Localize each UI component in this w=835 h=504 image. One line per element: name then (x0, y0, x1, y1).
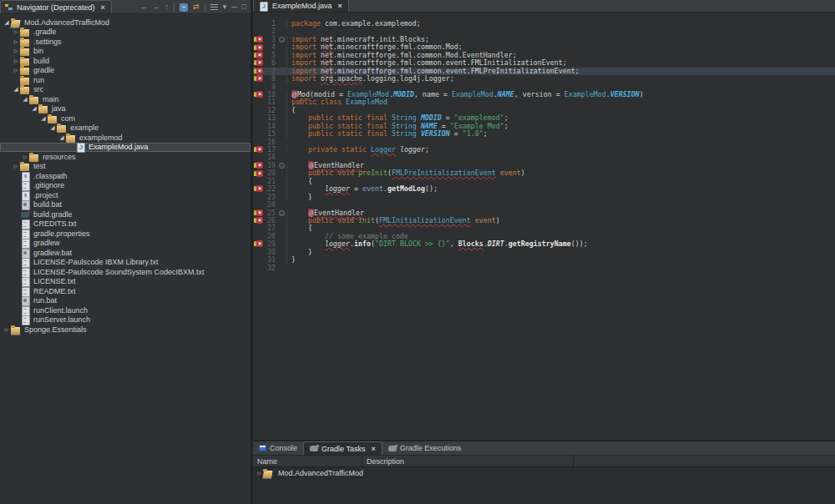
collapsed-arrow-icon[interactable]: ▷ (12, 29, 20, 34)
fold-collapse-icon[interactable]: − (277, 162, 286, 169)
tree-item[interactable]: ◢Mod.AdvancedTrafficMod (0, 18, 250, 28)
tree-item[interactable]: build.gradle (0, 209, 250, 219)
tree-item[interactable]: ▷resources (0, 152, 250, 162)
tree-item[interactable]: .project (0, 190, 250, 200)
code-line: 1package com.example.examplemod; (253, 20, 835, 28)
up-icon[interactable]: ↑ (165, 3, 170, 11)
tree-item[interactable]: gradle.properties (0, 229, 250, 239)
error-marker-icon[interactable]: × (253, 75, 264, 83)
tree-item[interactable]: ◢java (0, 104, 250, 114)
error-marker-icon[interactable]: × (253, 68, 264, 75)
tree-item[interactable]: build.bat (0, 200, 250, 210)
error-marker-icon[interactable]: × (253, 170, 264, 178)
error-marker-icon[interactable]: × (253, 240, 264, 248)
tree-item[interactable]: .gitignore (0, 181, 250, 191)
expanded-arrow-icon[interactable]: ◢ (48, 125, 57, 130)
error-marker-icon[interactable]: × (253, 209, 264, 217)
link-with-editor-icon[interactable]: ⇄ (193, 3, 200, 11)
collapsed-arrow-icon[interactable]: ▷ (12, 164, 20, 169)
tree-item[interactable]: ◢examplemod (0, 133, 250, 143)
tab-label: Gradle Tasks (321, 445, 365, 453)
expanded-arrow-icon[interactable]: ◢ (30, 106, 38, 111)
collapsed-arrow-icon[interactable]: ▷ (12, 68, 20, 73)
error-marker-icon[interactable]: × (253, 91, 264, 98)
editor-area: ExampleMod.java × 1package com.example.e… (253, 0, 835, 504)
error-marker-icon[interactable]: × (253, 36, 264, 43)
tree-item[interactable]: runServer.launch (0, 315, 250, 325)
tree-item-label: build (33, 57, 49, 65)
minimize-icon[interactable]: ─ (231, 3, 236, 11)
tree-item[interactable]: gradlew.bat (0, 248, 250, 258)
collapsed-arrow-icon[interactable]: ▷ (12, 48, 20, 53)
collapsed-arrow-icon[interactable]: ▷ (12, 39, 20, 44)
tree-item[interactable]: ▷Sponge.Essentials (0, 325, 250, 335)
tree-item-label: example (70, 123, 99, 132)
task-table-body: ▷Mod.AdvancedTrafficMod (253, 467, 835, 504)
close-icon[interactable]: × (101, 3, 105, 12)
tree-item[interactable]: gradlew (0, 239, 250, 249)
tree-item[interactable]: ▷test (0, 162, 250, 172)
tab-console[interactable]: Console (253, 441, 303, 455)
view-menu-icon[interactable] (210, 4, 218, 10)
toolbar-separator (205, 3, 205, 12)
code-editor[interactable]: 1package com.example.examplemod;2×3−impo… (253, 13, 835, 440)
tab-examplemod-java[interactable]: ExampleMod.java × (253, 0, 349, 12)
error-marker-icon[interactable]: × (253, 52, 264, 59)
error-marker-icon[interactable]: × (253, 217, 264, 224)
tree-item[interactable]: ▷.gradle (0, 28, 250, 38)
tree-item[interactable]: LICENSE.txt (0, 277, 250, 287)
close-icon[interactable]: × (371, 445, 375, 453)
maximize-icon[interactable]: □ (242, 3, 246, 11)
tab-gradle-tasks[interactable]: Gradle Tasks× (303, 441, 382, 455)
tree-item[interactable]: run.bat (0, 296, 250, 306)
error-marker-icon[interactable]: × (253, 185, 264, 193)
error-marker-icon[interactable]: × (253, 44, 264, 52)
expanded-arrow-icon[interactable]: ◢ (12, 87, 20, 92)
bat-icon (20, 296, 31, 305)
tree-item[interactable]: ◢example (0, 123, 250, 134)
tree-item[interactable]: ExampleMod.java (0, 143, 250, 153)
tree-item[interactable]: ▷.settings (0, 37, 250, 47)
gradle-file-icon (20, 210, 31, 219)
code-text: } (286, 249, 835, 256)
collapsed-arrow-icon[interactable]: ▷ (3, 327, 11, 332)
tree-item[interactable]: ▷bin (0, 47, 250, 57)
folder-icon (66, 134, 77, 142)
collapse-all-icon[interactable]: − (180, 3, 188, 12)
tree-item[interactable]: ◢com (0, 113, 250, 123)
tree-item[interactable]: runClient.launch (0, 305, 250, 315)
tab-navigator[interactable]: Navigator (Deprecated) × (0, 0, 112, 13)
back-icon[interactable]: ← (140, 3, 148, 11)
tree-item-label: ExampleMod.java (89, 143, 149, 151)
tree-item[interactable]: LICENSE-Paulscode SoundSystem CodecIBXM.… (0, 267, 250, 277)
xml-icon (20, 191, 31, 199)
tab-gradle-executions[interactable]: Gradle Executions (382, 441, 468, 455)
error-marker-icon[interactable]: × (253, 59, 264, 67)
collapsed-arrow-icon[interactable]: ▷ (21, 154, 29, 159)
expanded-arrow-icon[interactable]: ◢ (39, 116, 48, 121)
close-icon[interactable]: × (338, 2, 342, 10)
column-name[interactable]: Name (253, 456, 362, 466)
collapsed-arrow-icon[interactable]: ▷ (12, 58, 20, 63)
gradle-project-row[interactable]: ▷Mod.AdvancedTrafficMod (253, 467, 835, 478)
tree-item[interactable]: CREDITS.txt (0, 219, 250, 229)
tree-item[interactable]: LICENSE-Paulscode IBXM Library.txt (0, 258, 250, 268)
tree-item[interactable]: ◢src (0, 85, 250, 95)
expanded-arrow-icon[interactable]: ◢ (21, 97, 29, 102)
tree-item[interactable]: .classpath (0, 171, 250, 181)
fold-collapse-icon[interactable]: − (277, 36, 286, 43)
error-marker-icon[interactable]: × (253, 162, 264, 169)
collapsed-arrow-icon[interactable]: ▷ (256, 471, 263, 476)
dropdown-icon[interactable]: ▾ (223, 3, 227, 11)
expanded-arrow-icon[interactable]: ◢ (3, 20, 11, 25)
tree-item[interactable]: ▷gradle (0, 66, 250, 76)
fold-collapse-icon[interactable]: − (277, 209, 286, 217)
tree-item[interactable]: run (0, 75, 250, 85)
forward-icon[interactable]: → (153, 3, 160, 11)
tree-item[interactable]: ◢main (0, 94, 250, 104)
tree-item[interactable]: ▷build (0, 56, 250, 66)
column-description[interactable]: Description (362, 456, 574, 466)
expanded-arrow-icon[interactable]: ◢ (58, 135, 66, 140)
tree-item[interactable]: README.txt (0, 286, 250, 296)
error-marker-icon[interactable]: × (253, 146, 264, 154)
